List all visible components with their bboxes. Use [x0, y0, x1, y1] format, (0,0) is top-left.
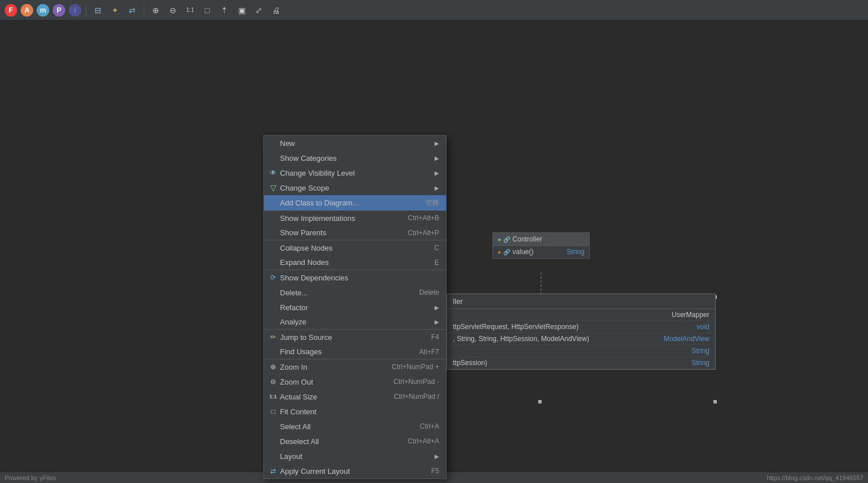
panel-row-3-right: ModelAndView: [664, 335, 709, 343]
toolbar-zoom-minus-icon[interactable]: ⊖: [166, 3, 180, 17]
panel-row-4: String: [447, 345, 715, 357]
actual-size-icon: 1:1: [269, 394, 278, 399]
statusbar-left: Powered by yFiles: [5, 474, 56, 481]
panel-header: ller: [447, 294, 715, 309]
menu-item-change-scope[interactable]: ▽ Change Scope ▶: [264, 180, 446, 195]
menu-item-actual-size[interactable]: 1:1 Actual Size Ctrl+NumPad /: [264, 389, 446, 404]
panel-row-2-right: void: [697, 323, 709, 331]
panel-row-2: ttpServletRequest, HttpServletResponse) …: [447, 321, 715, 333]
toolbar-icon-i[interactable]: i: [69, 4, 81, 17]
menu-item-layout[interactable]: Layout ▶: [264, 449, 446, 464]
menu-item-refactor[interactable]: Refactor ▶: [264, 300, 446, 315]
zoom-out-icon: ⊖: [269, 378, 278, 386]
large-diagram-panel: ller UserMapper ttpServletRequest, HttpS…: [447, 294, 716, 370]
context-menu: New ▶ Show Categories ▶ 👁 Change Visibil…: [263, 135, 447, 479]
menu-item-new[interactable]: New ▶: [264, 136, 446, 151]
apply-layout-icon: ⇄: [269, 467, 278, 475]
toolbar-separator-1: [86, 5, 86, 16]
node-row-name: value(): [512, 248, 534, 256]
menu-item-collapse-nodes[interactable]: Collapse Nodes C: [264, 240, 446, 255]
menu-item-change-visibility[interactable]: 👁 Change Visibility Level ▶: [264, 165, 446, 180]
toolbar-share-icon[interactable]: ⇡: [218, 3, 231, 17]
toolbar-print-icon[interactable]: 🖨: [269, 3, 283, 17]
menu-arrow-refactor: ▶: [435, 304, 439, 311]
menu-item-analyze[interactable]: Analyze ▶: [264, 315, 446, 330]
node-row-type: String: [567, 248, 585, 256]
toolbar-expand-icon[interactable]: ⤢: [252, 3, 266, 17]
menu-item-expand-nodes[interactable]: Expand Nodes E: [264, 255, 446, 270]
node-orange-icon: ●: [498, 249, 501, 255]
controller-node: ● 🔗 Controller ● 🔗 value() String: [492, 232, 590, 259]
toolbar-filter-icon[interactable]: ⊟: [91, 3, 105, 17]
menu-arrow-show-categories: ▶: [435, 155, 439, 161]
menu-item-find-usages[interactable]: Find Usages Alt+F7: [264, 345, 446, 359]
fit-content-icon: □: [269, 407, 278, 415]
connector-dot-3: [538, 400, 542, 403]
scope-icon: ▽: [269, 183, 278, 192]
diagram-canvas[interactable]: ● 🔗 Controller ● 🔗 value() String ller U…: [0, 21, 868, 472]
menu-item-show-categories[interactable]: Show Categories ▶: [264, 151, 446, 165]
menu-item-apply-current-layout[interactable]: ⇄ Apply Current Layout F5: [264, 464, 446, 478]
visibility-icon: 👁: [269, 169, 278, 177]
connector-dot-4: [713, 400, 717, 403]
zoom-in-icon: ⊕: [269, 363, 278, 371]
node-green-icon: ●: [498, 236, 501, 243]
toolbar-icon-a[interactable]: A: [21, 4, 33, 17]
toolbar: F A m P i ⊟ ✦ ⇄ ⊕ ⊖ 1:1 □ ⇡ ▣ ⤢ 🖨: [0, 0, 868, 21]
menu-item-deselect-all[interactable]: Deselect All Ctrl+Alt+A: [264, 434, 446, 449]
controller-node-header: ● 🔗 Controller: [493, 233, 589, 246]
panel-row-5-left: ttpSession): [453, 359, 487, 367]
menu-item-select-all[interactable]: Select All Ctrl+A: [264, 419, 446, 434]
menu-item-zoom-in[interactable]: ⊕ Zoom In Ctrl+NumPad +: [264, 359, 446, 374]
menu-item-add-class[interactable]: Add Class to Diagram... 空格: [264, 195, 446, 211]
panel-row-2-left: ttpServletRequest, HttpServletResponse): [453, 323, 578, 331]
panel-row-4-right: String: [692, 347, 709, 355]
node-row-link-icon: 🔗: [503, 249, 510, 255]
controller-node-title: Controller: [512, 235, 542, 243]
toolbar-zoom-plus-icon[interactable]: ⊕: [149, 3, 163, 17]
toolbar-separator-2: [144, 5, 144, 16]
menu-arrow-new: ▶: [435, 140, 439, 147]
jump-to-source-icon: ✏: [269, 333, 278, 341]
panel-row-5-right: String: [692, 359, 709, 367]
toolbar-actual-size-icon[interactable]: 1:1: [183, 3, 197, 17]
menu-arrow-analyze: ▶: [435, 319, 439, 325]
panel-row-1: UserMapper: [447, 309, 715, 321]
menu-arrow-layout: ▶: [435, 453, 439, 460]
toolbar-icon-m[interactable]: m: [37, 4, 49, 17]
menu-item-fit-content[interactable]: □ Fit Content: [264, 404, 446, 419]
toolbar-icon-f[interactable]: F: [5, 4, 17, 17]
statusbar-right: https://blog.csdn.net/qq_41946557: [767, 474, 863, 481]
toolbar-star-icon[interactable]: ✦: [108, 3, 122, 17]
menu-item-show-parents[interactable]: Show Parents Ctrl+Alt+P: [264, 225, 446, 240]
panel-row-3: , String, String, HttpSession, ModelAndV…: [447, 333, 715, 345]
toolbar-icon-p[interactable]: P: [53, 4, 65, 17]
panel-row-1-right: UserMapper: [672, 311, 709, 319]
menu-item-show-implementations[interactable]: Show Implementations Ctrl+Alt+B: [264, 211, 446, 225]
menu-arrow-visibility: ▶: [435, 170, 439, 176]
panel-row-5: ttpSession) String: [447, 357, 715, 369]
controller-node-row-value: ● 🔗 value() String: [493, 246, 589, 258]
menu-item-show-dependencies[interactable]: ⟳ Show Dependencies: [264, 270, 446, 285]
toolbar-square-icon[interactable]: □: [200, 3, 214, 17]
toolbar-arrows-icon[interactable]: ⇄: [125, 3, 139, 17]
toolbar-screen-icon[interactable]: ▣: [235, 3, 248, 17]
dependencies-icon: ⟳: [269, 274, 278, 282]
menu-item-delete[interactable]: Delete... Delete: [264, 285, 446, 300]
menu-arrow-scope: ▶: [435, 185, 439, 191]
menu-item-jump-to-source[interactable]: ✏ Jump to Source F4: [264, 330, 446, 345]
node-link-icon: 🔗: [503, 236, 510, 243]
menu-item-zoom-out[interactable]: ⊖ Zoom Out Ctrl+NumPad -: [264, 374, 446, 389]
panel-row-3-left: , String, String, HttpSession, ModelAndV…: [453, 335, 589, 343]
